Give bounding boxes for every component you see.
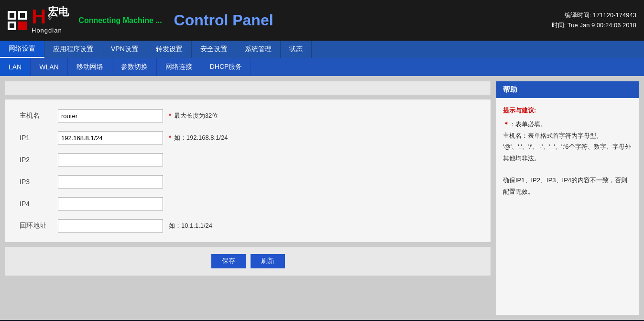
- label-loopback: 回环地址: [20, 221, 58, 230]
- label-ip3: IP3: [20, 178, 58, 186]
- action-bar: 保存 刷新: [5, 246, 491, 276]
- label-hostname: 主机名: [20, 111, 58, 120]
- header-time: 编译时间: 171120-174943 时间: Tue Jan 9 00:24:…: [552, 11, 636, 31]
- help-panel: 帮助 提示与建议: ＊：表单必填。 主机名：表单格式首字符为字母型。 '@'、'…: [496, 81, 639, 315]
- hint-hostname-text: 最大长度为32位: [174, 112, 218, 119]
- current-time: 时间: Tue Jan 9 00:24:06 2018: [552, 21, 636, 31]
- main-nav-item-status[interactable]: 状态: [281, 41, 312, 58]
- help-body: 提示与建议: ＊：表单必填。 主机名：表单格式首字符为字母型。 '@'、'.'、…: [496, 98, 639, 204]
- form-section: 主机名 * 最大长度为32位 IP1 * 如：192.168.8.1/24 IP…: [5, 99, 491, 243]
- form-row-ip4: IP4: [20, 197, 476, 210]
- top-bar: [5, 81, 491, 95]
- compile-time: 编译时间: 171120-174943: [552, 11, 636, 21]
- hint-ip1: * 如：192.168.8.1/24: [169, 133, 228, 142]
- sub-nav: LAN WLAN 移动网络 参数切换 网络连接 DHCP服务: [0, 58, 644, 76]
- help-title: 帮助: [496, 81, 639, 98]
- svg-rect-5: [20, 13, 25, 18]
- form-row-hostname: 主机名 * 最大长度为32位: [20, 109, 476, 122]
- sub-nav-item-lan[interactable]: LAN: [0, 58, 31, 76]
- label-ip2: IP2: [20, 156, 58, 164]
- save-button[interactable]: 保存: [211, 254, 246, 268]
- hint-loopback-text: 如：10.1.1.1/24: [169, 222, 212, 229]
- hint-hostname: * 最大长度为32位: [169, 111, 218, 120]
- main-nav-item-sysadmin[interactable]: 系统管理: [236, 41, 281, 58]
- required-star-hostname: *: [169, 112, 171, 119]
- help-line-4: 确保IP1、IP2、IP3、IP4的内容不一致，否则配置无效。: [503, 175, 632, 197]
- sub-nav-item-wlan[interactable]: WLAN: [31, 58, 67, 76]
- help-line-2: 主机名：表单格式首字符为字母型。: [503, 130, 632, 141]
- logo-icon: [8, 11, 27, 30]
- control-panel-title: Control Panel: [174, 11, 273, 29]
- label-ip1: IP1: [20, 134, 58, 142]
- logo-registered: ®: [48, 15, 69, 21]
- input-ip1[interactable]: [58, 131, 163, 144]
- logo-h-letter: H: [32, 7, 46, 27]
- required-star-ip1: *: [169, 134, 171, 141]
- sub-nav-item-dhcp[interactable]: DHCP服务: [201, 58, 251, 76]
- help-line-3: '@'、'.'、'/'、'-'、'_'、':'6个字符、数字、字母外其他均非法。: [503, 141, 632, 164]
- svg-rect-4: [10, 13, 14, 18]
- help-red-star: 提示与建议:: [503, 107, 536, 114]
- input-loopback[interactable]: [58, 219, 163, 232]
- sub-nav-item-netconn[interactable]: 网络连接: [157, 58, 201, 76]
- form-row-ip3: IP3: [20, 175, 476, 188]
- help-line-1: ＊：表单必填。: [503, 119, 632, 130]
- main-nav: 网络设置 应用程序设置 VPN设置 转发设置 安全设置 系统管理 状态: [0, 41, 644, 58]
- label-ip4: IP4: [20, 200, 58, 208]
- help-section-title: 提示与建议:: [503, 105, 632, 116]
- svg-rect-3: [18, 22, 27, 30]
- svg-rect-6: [10, 23, 14, 28]
- logo-area: H 宏电 ® Hongdian Connecting Machine ... C…: [8, 7, 273, 34]
- main-content: 主机名 * 最大长度为32位 IP1 * 如：192.168.8.1/24 IP…: [5, 81, 491, 315]
- refresh-button[interactable]: 刷新: [251, 254, 285, 268]
- main-nav-item-network[interactable]: 网络设置: [0, 41, 44, 58]
- tagline: Connecting Machine ...: [78, 16, 162, 25]
- sub-nav-item-mobile[interactable]: 移动网络: [68, 58, 112, 76]
- header: H 宏电 ® Hongdian Connecting Machine ... C…: [0, 0, 644, 41]
- hint-ip1-text: 如：192.168.8.1/24: [174, 134, 228, 141]
- input-ip4[interactable]: [58, 197, 163, 210]
- logo-sub-name: Hongdian: [32, 27, 62, 34]
- hint-loopback: 如：10.1.1.1/24: [169, 221, 212, 230]
- form-row-ip2: IP2: [20, 153, 476, 166]
- form-row-loopback: 回环地址 如：10.1.1.1/24: [20, 219, 476, 232]
- main-nav-item-app[interactable]: 应用程序设置: [44, 41, 102, 58]
- input-hostname[interactable]: [58, 109, 163, 122]
- form-row-ip1: IP1 * 如：192.168.8.1/24: [20, 131, 476, 144]
- input-ip3[interactable]: [58, 175, 163, 188]
- content-wrapper: 主机名 * 最大长度为32位 IP1 * 如：192.168.8.1/24 IP…: [0, 76, 644, 320]
- main-nav-item-vpn[interactable]: VPN设置: [102, 41, 147, 58]
- main-nav-item-forward[interactable]: 转发设置: [147, 41, 192, 58]
- sub-nav-item-param[interactable]: 参数切换: [112, 58, 157, 76]
- main-nav-item-security[interactable]: 安全设置: [192, 41, 236, 58]
- input-ip2[interactable]: [58, 153, 163, 166]
